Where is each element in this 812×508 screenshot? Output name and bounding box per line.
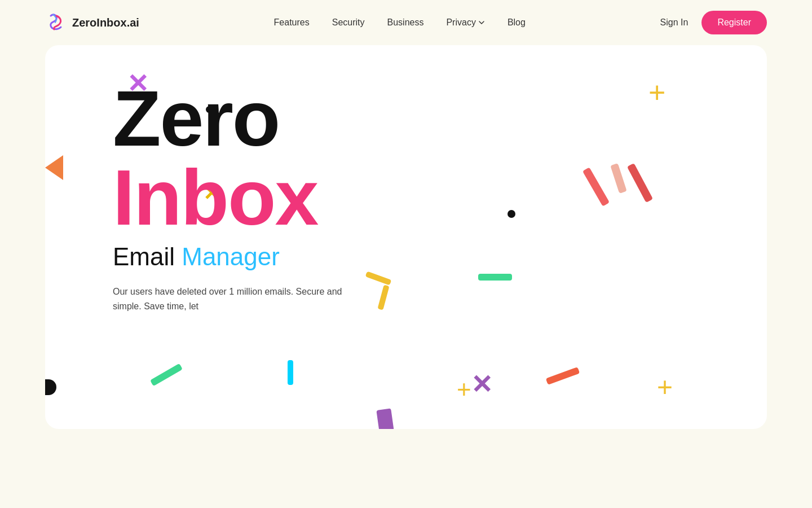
decoration-yellow-plus-3: +: [457, 377, 471, 402]
decoration-green-bar-2: [150, 364, 183, 386]
nav-blog[interactable]: Blog: [508, 17, 526, 27]
decoration-half-circle: [45, 379, 56, 395]
nav-security[interactable]: Security: [332, 17, 365, 27]
hero-subtitle: Email Manager: [113, 243, 767, 271]
hero-subtitle-colored: Manager: [182, 243, 280, 270]
nav-business[interactable]: Business: [387, 17, 424, 27]
decoration-purple-x-2: ✕: [471, 371, 493, 397]
sign-in-link[interactable]: Sign In: [660, 17, 689, 28]
nav-actions: Sign In Register: [660, 11, 767, 34]
hero-subtitle-plain: Email: [113, 243, 182, 270]
hero-title-zero: Zero: [113, 79, 767, 158]
nav-privacy[interactable]: Privacy: [446, 17, 484, 28]
chevron-down-icon: [478, 19, 485, 26]
decoration-cyan-bar: [288, 360, 293, 385]
decoration-orange-bar: [546, 367, 580, 385]
register-button[interactable]: Register: [701, 11, 767, 34]
decoration-yellow-plus-2: +: [657, 374, 673, 401]
nav-features[interactable]: Features: [274, 17, 310, 27]
navbar: ZeroInbox.ai Features Security Business …: [0, 0, 812, 45]
logo-icon: [45, 11, 68, 34]
hero-section: ✕ ✕ ✕ + + + Zero Inbox Email Manager Our…: [45, 45, 767, 429]
decoration-purple-rect: [376, 408, 394, 429]
logo-link[interactable]: ZeroInbox.ai: [45, 11, 139, 34]
logo-text: ZeroInbox.ai: [72, 16, 139, 29]
hero-content: Zero Inbox Email Manager Our users have …: [45, 45, 767, 313]
nav-links: Features Security Business Privacy Blog: [274, 17, 526, 28]
hero-description: Our users have deleted over 1 million em…: [113, 284, 361, 313]
hero-title-inbox: Inbox: [113, 158, 767, 237]
